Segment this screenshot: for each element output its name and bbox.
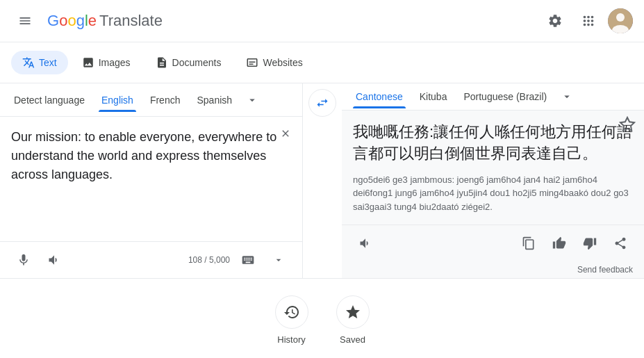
star-icon bbox=[619, 116, 636, 133]
avatar-person-icon bbox=[608, 8, 633, 33]
tab-images-label: Images bbox=[99, 57, 131, 68]
copy-button[interactable] bbox=[516, 231, 541, 256]
saved-item[interactable]: Saved bbox=[336, 295, 370, 345]
source-input[interactable]: Our mission: to enable everyone, everywh… bbox=[11, 128, 291, 203]
image-icon bbox=[82, 56, 94, 69]
history-icon bbox=[283, 304, 300, 320]
speaker-button[interactable] bbox=[42, 247, 67, 272]
target-lang-kituba[interactable]: Kituba bbox=[411, 86, 456, 108]
header-right bbox=[541, 7, 633, 35]
apps-button[interactable] bbox=[575, 7, 602, 35]
arrow-drop-down-icon bbox=[273, 254, 284, 266]
volume-icon bbox=[358, 236, 372, 250]
send-feedback-link[interactable]: Send feedback bbox=[577, 265, 633, 275]
source-bottom-bar: 108 / 5,000 bbox=[0, 241, 302, 278]
target-content: 我哋嘅任務:讓任何人喺任何地方用任何語言都可以明白倒個世界同表達自己。 ngo5… bbox=[342, 111, 644, 225]
hamburger-icon bbox=[18, 14, 32, 28]
tab-documents[interactable]: Documents bbox=[145, 51, 233, 74]
history-item[interactable]: History bbox=[275, 295, 308, 345]
source-text-area: Our mission: to enable everyone, everywh… bbox=[0, 117, 302, 241]
website-icon bbox=[246, 56, 258, 69]
send-feedback: Send feedback bbox=[342, 261, 644, 278]
source-lang-bar: Detect language English French Spanish bbox=[0, 83, 302, 117]
thumb-up-icon bbox=[552, 236, 566, 250]
microphone-icon bbox=[17, 253, 31, 267]
source-bottom-left bbox=[11, 247, 67, 272]
keyboard-icon bbox=[241, 253, 255, 267]
target-romanized-text: ngo5dei6 ge3 jambmous: joeng6 jam6ho4 ja… bbox=[353, 173, 633, 214]
target-bottom-left bbox=[353, 231, 378, 256]
gear-icon bbox=[547, 13, 563, 29]
bottom-section: History Saved bbox=[0, 278, 644, 356]
target-content-wrapper: 我哋嘅任務:讓任何人喺任何地方用任何語言都可以明白倒個世界同表達自己。 ngo5… bbox=[342, 111, 644, 278]
share-button[interactable] bbox=[608, 231, 633, 256]
microphone-button[interactable] bbox=[11, 247, 36, 272]
target-bottom-right bbox=[516, 231, 633, 256]
settings-button[interactable] bbox=[541, 7, 569, 35]
swap-languages-button[interactable] bbox=[308, 89, 336, 117]
star-filled-icon bbox=[345, 304, 361, 320]
target-bottom-bar bbox=[342, 225, 644, 261]
svg-point-1 bbox=[616, 13, 625, 22]
translation-area: Detect language English French Spanish O… bbox=[0, 83, 644, 278]
save-translation-button[interactable] bbox=[619, 116, 636, 137]
chevron-down-icon bbox=[561, 90, 573, 103]
source-lang-spanish[interactable]: Spanish bbox=[188, 89, 240, 111]
thumbs-down-button[interactable] bbox=[577, 231, 602, 256]
target-lang-cantonese[interactable]: Cantonese bbox=[347, 86, 411, 108]
history-icon-container bbox=[275, 295, 308, 329]
source-lang-detect[interactable]: Detect language bbox=[6, 89, 93, 111]
target-main-text: 我哋嘅任務:讓任何人喺任何地方用任何語言都可以明白倒個世界同表達自己。 bbox=[353, 122, 633, 165]
close-icon bbox=[280, 128, 291, 139]
target-lang-bar: Cantonese Kituba Portuguese (Brazil) bbox=[342, 83, 644, 111]
copy-icon bbox=[522, 236, 536, 250]
tab-images[interactable]: Images bbox=[71, 51, 142, 74]
char-count: 108 / 5,000 bbox=[188, 255, 230, 265]
grid-icon bbox=[581, 13, 596, 29]
logo: Google Translate bbox=[47, 12, 163, 30]
target-speaker-button[interactable] bbox=[353, 231, 378, 256]
more-options-button[interactable] bbox=[266, 247, 291, 272]
logo-google-text: Google bbox=[47, 12, 97, 30]
avatar[interactable] bbox=[608, 8, 633, 33]
source-lang-english[interactable]: English bbox=[93, 89, 142, 111]
header-left: Google Translate bbox=[11, 7, 541, 35]
thumb-down-icon bbox=[583, 236, 597, 250]
source-lang-french[interactable]: French bbox=[142, 89, 189, 111]
thumbs-up-button[interactable] bbox=[547, 231, 572, 256]
tab-text[interactable]: Text bbox=[11, 51, 68, 74]
target-lang-more-button[interactable] bbox=[555, 86, 579, 107]
tab-text-label: Text bbox=[39, 57, 57, 68]
share-icon bbox=[613, 236, 627, 250]
tab-documents-label: Documents bbox=[172, 57, 222, 68]
tab-websites-label: Websites bbox=[263, 57, 302, 68]
tab-websites[interactable]: Websites bbox=[235, 51, 313, 74]
volume-icon bbox=[47, 253, 61, 267]
swap-container bbox=[303, 83, 342, 278]
menu-button[interactable] bbox=[11, 7, 39, 35]
chevron-down-icon bbox=[246, 94, 258, 106]
logo-translate-text: Translate bbox=[99, 12, 163, 30]
saved-label: Saved bbox=[340, 334, 365, 345]
source-lang-more-button[interactable] bbox=[240, 90, 264, 111]
header: Google Translate bbox=[0, 0, 644, 42]
keyboard-button[interactable] bbox=[236, 247, 261, 272]
swap-icon bbox=[315, 96, 329, 110]
saved-icon-container bbox=[336, 295, 370, 329]
mode-tabs: Text Images Documents Websites bbox=[0, 42, 644, 83]
text-translate-icon bbox=[22, 56, 35, 69]
target-panel: Cantonese Kituba Portuguese (Brazil) 我哋嘅… bbox=[342, 83, 644, 278]
source-panel: Detect language English French Spanish O… bbox=[0, 83, 303, 278]
source-bottom-right: 108 / 5,000 bbox=[188, 247, 291, 272]
avatar-image bbox=[608, 8, 633, 33]
clear-button[interactable] bbox=[277, 125, 294, 142]
target-lang-portuguese-brazil[interactable]: Portuguese (Brazil) bbox=[455, 86, 555, 108]
history-label: History bbox=[277, 334, 305, 345]
document-icon bbox=[156, 56, 168, 69]
